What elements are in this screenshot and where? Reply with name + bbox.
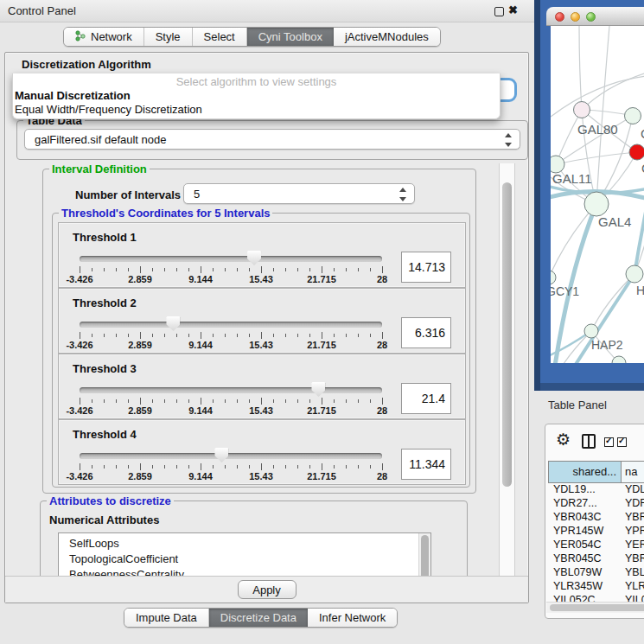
threshold-value-field[interactable] [401,252,451,283]
slider-handle[interactable] [214,448,228,462]
tick-mark [249,465,250,469]
tab-network[interactable]: Network [64,28,144,46]
slider-handle[interactable] [311,382,325,397]
settings-vertical-scrollbar[interactable] [499,163,515,577]
slider-handle[interactable] [247,251,261,265]
column-header-2[interactable]: na [622,461,644,483]
tick-mark [80,463,80,470]
network-graph: GAL80GACGAL11GAL4GCY1HHAP2 [551,26,644,363]
tick-mark [334,399,335,403]
tab-cyni-toolbox[interactable]: Cyni Toolbox [247,28,334,46]
tick-mark [116,334,117,337]
threshold-panel-4: Threshold 4-3.4262.8599.14415.4321.71528 [58,419,466,485]
tick-label: -3.426 [52,405,107,416]
tick-mark [382,398,383,405]
network-canvas[interactable]: GAL80GACGAL11GAL4GCY1HHAP2 [551,26,644,363]
tick-mark [201,266,201,273]
table-row[interactable]: YPR145WYPR1 [548,525,644,539]
combo-arrows-icon [399,188,407,201]
node-label: GA [641,126,644,141]
tick-mark [297,399,298,403]
scrollbar-thumb[interactable] [502,182,512,487]
tick-mark [370,465,371,469]
dropdown-option[interactable]: Equal Width/Frequency Discretization [13,103,500,117]
slider-track[interactable] [80,322,382,328]
tab-jactivemnodules[interactable]: jActiveMNodules [334,28,440,46]
tab-style[interactable]: Style [144,28,193,46]
tick-mark [104,334,105,337]
tab-label: Impute Data [136,611,197,624]
tick-mark [358,399,359,403]
column-header-1[interactable]: shared... [548,461,622,483]
tick-mark [213,399,214,403]
split-columns-icon[interactable] [582,434,596,449]
checkbox-icon[interactable] [604,437,614,447]
float-window-icon[interactable] [494,7,504,16]
network-node-gcy1[interactable] [551,271,556,284]
tick-mark [322,398,322,405]
table-row[interactable]: YDL19...YDL1 [548,483,644,497]
close-icon[interactable]: ✖ [508,3,518,16]
threshold-value-field[interactable] [401,383,451,414]
tick-mark [104,399,105,403]
table-cell: YDR2 [622,497,644,511]
number-of-intervals-combobox[interactable]: 5 [183,183,415,204]
slider-track[interactable] [80,387,382,393]
slider-track[interactable] [80,256,382,262]
tab-select[interactable]: Select [193,28,247,46]
tick-mark [225,399,226,403]
tab-infer-network[interactable]: Infer Network [308,609,397,627]
table-row[interactable]: YBR043CYBR0 [548,511,644,525]
network-node-gal11[interactable] [551,156,564,173]
checkbox-icon[interactable] [617,437,627,447]
table-row[interactable]: YER054CYER0 [548,539,644,552]
number-of-intervals-value: 5 [194,188,200,201]
attributes-list-scrollbar[interactable] [418,533,430,577]
attribute-list-item[interactable]: SelfLoops [59,536,430,552]
table-cell: YLR345W [548,580,622,594]
network-edge[interactable] [596,26,609,204]
tab-discretize-data[interactable]: Discretize Data [209,609,308,627]
window-title: Control Panel [8,4,76,17]
network-edge[interactable] [552,204,596,363]
scrollbar-thumb[interactable] [421,535,429,577]
table-row[interactable]: YBL079WYBL0 [548,566,644,580]
network-edge[interactable] [556,152,637,164]
zoom-traffic-light-icon[interactable] [586,12,596,22]
table-horizontal-scrollbar[interactable] [546,602,644,613]
network-node-h[interactable] [626,265,643,283]
tick-mark [370,268,371,271]
tab-impute-data[interactable]: Impute Data [124,609,209,627]
tick-label: 2.859 [112,471,168,481]
scrollbar-thumb[interactable] [550,604,644,611]
apply-button[interactable]: Apply [238,580,296,599]
close-traffic-light-icon[interactable] [555,12,564,22]
network-node-gal80[interactable] [574,102,590,118]
tick-label: 15.43 [233,340,289,350]
tick-mark [176,399,177,403]
network-node-hap2[interactable] [584,324,598,338]
tick-mark [116,399,117,403]
network-node-c[interactable] [629,144,644,160]
table-row[interactable]: YLR345WYLR3 [548,580,644,594]
minimize-traffic-light-icon[interactable] [571,12,580,22]
table-data-selected-value: galFiltered.sif default node [35,133,166,146]
threshold-value-field[interactable] [401,449,451,480]
table-data-combobox[interactable]: galFiltered.sif default node [24,129,520,150]
slider-handle[interactable] [166,316,180,331]
control-panel-tabs: NetworkStyleSelectCyni ToolboxjActiveMNo… [63,27,441,47]
numerical-attributes-list[interactable]: SelfLoopsTopologicalCoefficientBetweenne… [58,532,431,577]
network-node-gal4[interactable] [584,192,609,216]
slider-track[interactable] [80,453,382,459]
tick-mark [346,268,347,271]
apply-button-bar: Apply [5,576,528,603]
network-node-ga[interactable] [625,108,641,124]
dropdown-option[interactable]: Manual Discretization [13,89,500,103]
gear-icon[interactable]: ⚙ [556,430,571,450]
tick-mark [358,334,359,337]
table-row[interactable]: YBR045CYBR0 [548,552,644,566]
tick-mark [213,268,214,271]
table-row[interactable]: YDR27...YDR2 [548,497,644,511]
threshold-value-field[interactable] [401,317,451,348]
attribute-list-item[interactable]: TopologicalCoefficient [59,552,430,567]
